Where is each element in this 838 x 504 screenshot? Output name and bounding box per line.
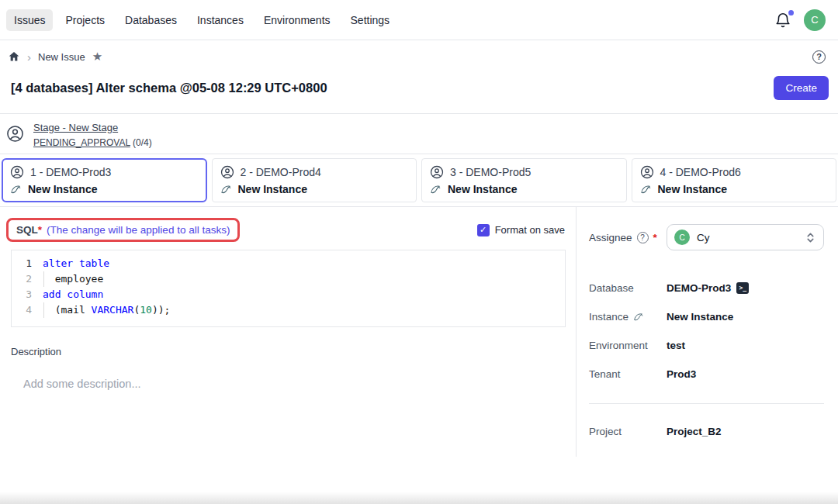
home-icon[interactable] <box>8 50 20 63</box>
notification-dot <box>788 10 794 16</box>
breadcrumb-current[interactable]: New Issue <box>38 51 85 63</box>
star-icon[interactable]: ★ <box>92 50 102 64</box>
assignee-help-icon[interactable]: ? <box>637 232 649 243</box>
person-circle-icon <box>430 165 444 179</box>
task-instance: New Instance <box>448 183 517 195</box>
database-engine-icon <box>430 184 442 195</box>
assignee-label: Assignee ? * <box>589 232 667 243</box>
page-title: [4 databases] Alter schema @05-08 12:29 … <box>11 81 327 95</box>
required-asterisk: * <box>38 224 42 236</box>
environment-label: Environment <box>589 340 667 351</box>
breadcrumb-chevron-icon: › <box>27 50 31 64</box>
line-number: 4 <box>12 302 43 318</box>
required-asterisk: * <box>653 232 657 243</box>
code-line: 3 add column <box>12 287 565 302</box>
assignee-select[interactable]: C Cy <box>667 224 824 250</box>
description-label: Description <box>11 346 565 357</box>
nav-item-issues[interactable]: Issues <box>6 9 53 31</box>
task-instance: New Instance <box>658 183 727 195</box>
code-line: 1 alter table <box>12 256 565 271</box>
database-value: DEMO-Prod3 <box>667 282 731 294</box>
top-nav: Issues Projects Databases Instances Envi… <box>0 0 838 40</box>
issue-detail-panel: SQL* (The change will be applied to all … <box>0 207 576 457</box>
select-chevron-icon <box>805 232 816 243</box>
sql-label: SQL* <box>16 224 42 236</box>
issue-sidebar: Assignee ? * C Cy Database DEMO-Prod3 >_… <box>576 207 838 457</box>
tenant-label: Tenant <box>589 368 667 380</box>
help-icon[interactable]: ? <box>812 50 826 64</box>
line-number: 1 <box>12 256 43 271</box>
description-input[interactable]: Add some description... <box>23 378 565 390</box>
task-card-2[interactable]: 2 - DEMO-Prod4 New Instance <box>212 158 417 202</box>
task-card-4[interactable]: 4 - DEMO-Prod6 New Instance <box>632 158 837 202</box>
database-engine-icon <box>220 184 232 195</box>
nav-item-databases[interactable]: Databases <box>117 9 185 31</box>
format-on-save-label: Format on save <box>495 224 565 236</box>
assignee-avatar: C <box>674 230 690 245</box>
title-row: [4 databases] Alter schema @05-08 12:29 … <box>0 73 838 109</box>
main-nav: Issues Projects Databases Instances Envi… <box>6 9 397 31</box>
database-engine-icon <box>10 184 22 195</box>
person-circle-icon <box>6 125 24 143</box>
instance-label: Instance <box>589 311 667 323</box>
terminal-icon[interactable]: >_ <box>736 282 749 294</box>
task-instance: New Instance <box>238 183 307 195</box>
instance-value: New Instance <box>667 311 733 323</box>
task-card-3[interactable]: 3 - DEMO-Prod5 New Instance <box>421 158 627 202</box>
nav-item-environments[interactable]: Environments <box>256 9 338 31</box>
create-button[interactable]: Create <box>774 76 829 100</box>
task-label: 3 - DEMO-Prod5 <box>450 166 531 178</box>
project-value: Project_B2 <box>667 426 722 437</box>
task-label: 2 - DEMO-Prod4 <box>241 166 321 178</box>
format-on-save-toggle[interactable]: ✓ Format on save <box>477 224 565 236</box>
bottom-edge-shadow <box>0 492 838 504</box>
sql-note: (The change will be applied to all tasks… <box>47 224 230 236</box>
stage-status-link[interactable]: PENDING_APPROVAL <box>33 137 130 148</box>
database-engine-icon <box>640 184 652 195</box>
breadcrumb: › New Issue ★ ? <box>0 40 838 73</box>
sql-editor[interactable]: 1 alter table 2 employee 3 add column 4 … <box>11 250 566 327</box>
sidebar-divider <box>589 403 824 404</box>
person-circle-icon <box>640 165 654 179</box>
code-line: 2 employee <box>12 271 565 287</box>
sql-label-highlight: SQL* (The change will be applied to all … <box>6 218 240 242</box>
code-line: 4 (mail VARCHAR(10)); <box>12 302 565 318</box>
check-icon: ✓ <box>480 225 487 235</box>
person-circle-icon <box>10 165 24 179</box>
task-card-1[interactable]: 1 - DEMO-Prod3 New Instance <box>2 158 207 202</box>
tenant-value: Prod3 <box>667 368 696 380</box>
stage-name-link[interactable]: Stage - New Stage <box>33 122 118 133</box>
database-engine-icon <box>633 312 644 323</box>
task-instance: New Instance <box>28 183 97 195</box>
nav-item-projects[interactable]: Projects <box>57 9 113 31</box>
nav-item-settings[interactable]: Settings <box>343 9 398 31</box>
environment-value: test <box>667 340 685 351</box>
task-cards: 1 - DEMO-Prod3 New Instance 2 - DEMO-Pro… <box>0 154 838 207</box>
project-label: Project <box>589 426 667 437</box>
avatar[interactable]: C <box>804 9 826 31</box>
stage-progress: (0/4) <box>133 137 152 148</box>
assignee-value: Cy <box>697 232 710 243</box>
task-label: 4 - DEMO-Prod6 <box>660 166 741 178</box>
bell-icon[interactable] <box>774 12 791 29</box>
checkbox-checked-icon[interactable]: ✓ <box>477 224 490 236</box>
line-number: 2 <box>12 271 43 287</box>
person-circle-icon <box>220 165 234 179</box>
task-label: 1 - DEMO-Prod3 <box>30 166 111 178</box>
nav-item-instances[interactable]: Instances <box>189 9 251 31</box>
database-label: Database <box>589 282 667 294</box>
stage-section: Stage - New Stage PENDING_APPROVAL (0/4) <box>0 113 838 154</box>
line-number: 3 <box>12 287 43 302</box>
